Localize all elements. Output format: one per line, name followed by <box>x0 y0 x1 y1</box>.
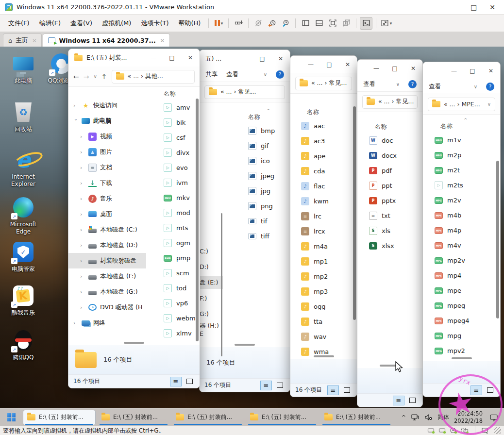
sidebar-item-drive-g[interactable]: G:) <box>200 307 223 320</box>
file-row[interactable]: MPG mpg <box>423 328 500 343</box>
file-row[interactable]: P pdf <box>357 163 422 178</box>
sidebar-item[interactable]: › ▶ 视频 <box>68 129 146 144</box>
window-titlebar[interactable]: E:\ (五) 封装... — □ ✕ <box>68 49 200 67</box>
help-icon[interactable]: ? <box>408 80 417 88</box>
sidebar-item[interactable]: › ♪ 音乐 <box>68 191 146 206</box>
up-icon[interactable]: ↑ <box>101 73 107 81</box>
sidebar-item-drive-e[interactable]: 盘 (E:) <box>200 276 223 289</box>
network-adapter-icon[interactable] <box>461 427 469 434</box>
file-row[interactable]: MP4 mp4 <box>423 268 500 283</box>
expand-chevron-icon[interactable]: › <box>80 289 85 295</box>
menu-item[interactable]: 选项卡(T) <box>136 17 173 30</box>
file-row[interactable]: jpg <box>223 184 290 199</box>
file-row[interactable]: MPG mpeg <box>423 298 500 313</box>
address-bar[interactable]: « ... › 常见... <box>295 77 352 90</box>
desktop-icon-internet-explorer[interactable]: e Internet Explorer <box>5 149 42 188</box>
fullscreen-icon[interactable] <box>326 17 339 30</box>
menu-item[interactable]: 编辑(E) <box>35 17 65 30</box>
pause-vm-icon[interactable]: ▾ <box>212 17 225 30</box>
take-snapshot-icon[interactable] <box>252 17 265 30</box>
expand-chevron-icon[interactable]: › <box>80 165 85 171</box>
column-header-name[interactable]: 名称 <box>290 105 357 118</box>
ribbon-tab-share[interactable]: 共享 <box>205 70 218 79</box>
file-row[interactable]: ♪ flac <box>290 179 357 194</box>
sidebar-item-drive-f[interactable]: F:) <box>200 292 223 304</box>
file-row[interactable]: ico <box>223 153 290 168</box>
forward-icon[interactable]: → <box>84 73 89 81</box>
explorer-window-mpeg[interactable]: — □ ✕ 查看 ∨ ? « ... › MPE... ∨ 名称 ^ <box>422 62 501 397</box>
desktop-icon-pc-manager[interactable]: ✓↗ 电脑管家 <box>5 241 42 273</box>
close-button[interactable]: ✕ <box>338 56 357 73</box>
desktop-icon-kuwo-music[interactable]: K↗ 酷我音乐 <box>5 284 42 317</box>
notification-center-icon[interactable] <box>489 414 498 421</box>
resize-grip[interactable] <box>494 427 501 434</box>
explorer-window-video[interactable]: E:\ (五) 封装... — □ ✕ ← → ∨ ↑ « ... › 其他..… <box>68 49 200 388</box>
file-row[interactable]: ▷ scm <box>146 266 200 281</box>
minimize-button[interactable]: — <box>302 56 320 73</box>
ribbon-collapse-icon[interactable]: ∨ <box>396 82 400 87</box>
expand-chevron-icon[interactable]: › <box>73 102 78 109</box>
file-row[interactable]: tif <box>223 214 290 229</box>
file-row[interactable]: ▷ evo <box>146 160 200 175</box>
sidebar-item[interactable]: › 本地磁盘 (G:) <box>68 284 146 300</box>
expand-chevron-icon[interactable]: › <box>80 196 85 202</box>
ribbon-collapse-icon[interactable]: ∨ <box>474 84 477 89</box>
file-row[interactable]: ♪ ac3 <box>290 134 357 149</box>
sidebar-scrollbar[interactable] <box>221 213 222 356</box>
volume-muted-icon[interactable] <box>424 414 433 421</box>
expand-chevron-icon[interactable]: › <box>80 227 85 233</box>
address-bar[interactable]: « ... › 其他... <box>112 70 195 84</box>
file-row[interactable]: ▷ bik <box>146 115 200 130</box>
details-view-button[interactable]: ≡ <box>170 377 181 386</box>
console-view-icon[interactable] <box>360 17 372 30</box>
sidebar-item[interactable]: › 网络 <box>68 315 146 331</box>
sidebar-item-drive-d[interactable]: D:) <box>200 260 223 273</box>
horizontal-scrollbar[interactable] <box>200 342 290 347</box>
expand-chevron-icon[interactable]: › <box>73 118 79 123</box>
file-row[interactable]: ≡ lrc <box>290 209 357 224</box>
file-row[interactable]: ▷ divx <box>146 145 200 160</box>
details-view-button[interactable]: ≡ <box>393 396 404 405</box>
file-row[interactable]: jpeg <box>223 168 290 184</box>
expand-chevron-icon[interactable]: › <box>80 134 85 140</box>
maximize-button[interactable]: □ <box>320 56 338 73</box>
close-button[interactable]: ✕ <box>482 62 500 80</box>
window-titlebar[interactable]: — □ ✕ <box>357 60 422 77</box>
history-dropdown-icon[interactable]: ∨ <box>93 74 97 79</box>
file-row[interactable]: MPG m2p <box>423 148 500 163</box>
menu-item[interactable]: 查看(V) <box>66 17 97 30</box>
sidebar-item-drive-h[interactable]: 器 (H:) E <box>200 323 223 336</box>
minimize-button[interactable]: — <box>144 49 163 67</box>
file-row[interactable]: S xls <box>357 223 422 238</box>
details-view-button[interactable]: ≡ <box>261 381 271 390</box>
vertical-scrollbar[interactable] <box>353 106 356 320</box>
maximize-button[interactable]: □ <box>253 50 271 67</box>
details-view-button[interactable]: ≡ <box>328 386 338 395</box>
desktop-icon-microsoft-edge[interactable]: ↗ Microsoft Edge <box>5 196 42 235</box>
file-row[interactable]: ▷ csf <box>146 130 200 145</box>
desktop-icon-tencent-qq[interactable]: ↗ 腾讯QQ <box>5 329 42 361</box>
window-titlebar[interactable]: — □ ✕ <box>290 56 357 73</box>
file-row[interactable]: MPG m1v <box>423 133 500 148</box>
file-row[interactable]: ♪ mp1 <box>290 254 357 269</box>
sidebar-item[interactable]: › 封装映射磁盘 <box>68 253 146 268</box>
back-icon[interactable]: ← <box>73 73 79 81</box>
icons-view-button[interactable] <box>341 386 352 395</box>
file-row[interactable]: S xlsx <box>357 238 422 253</box>
minimize-button[interactable]: — <box>235 50 253 67</box>
sidebar-item[interactable]: › ▲ 图片 <box>68 144 146 160</box>
ribbon-tab-view[interactable]: 查看 <box>429 83 441 91</box>
ribbon-tab-view[interactable]: 查看 <box>363 80 375 88</box>
file-row[interactable]: ♪ ape <box>290 149 357 164</box>
expand-chevron-icon[interactable]: › <box>80 258 85 264</box>
sidebar-item[interactable]: › DVD 驱动器 (H <box>68 300 146 315</box>
taskbar-item[interactable]: E:\ (五) 封装前... <box>98 410 169 425</box>
file-row[interactable]: MKV mkv <box>146 190 200 205</box>
expand-chevron-icon[interactable]: › <box>80 242 85 249</box>
menu-item[interactable]: 帮助(H) <box>174 17 205 30</box>
file-row[interactable]: ♪ tta <box>290 314 357 329</box>
file-row[interactable]: ♪ wma <box>290 344 357 359</box>
sidebar-item[interactable]: › 本地磁盘 (D:) <box>68 237 146 253</box>
minimize-button[interactable]: — <box>445 62 463 80</box>
help-icon[interactable]: ? <box>276 70 284 79</box>
